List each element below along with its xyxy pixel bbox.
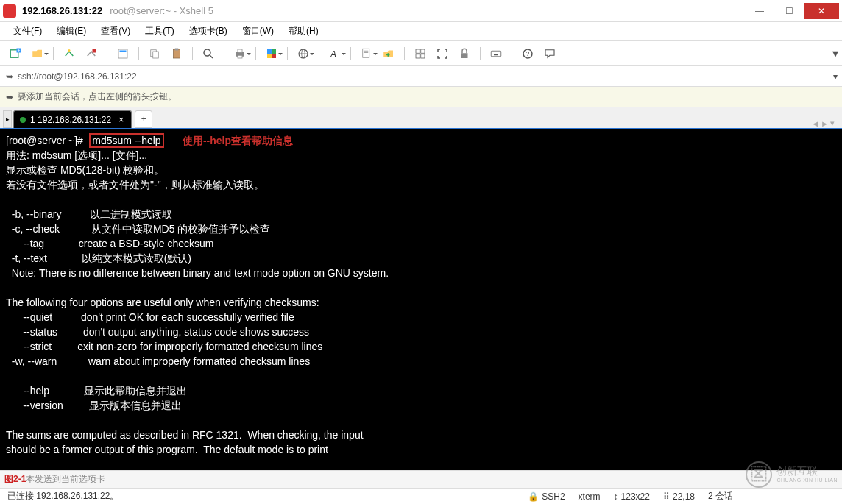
svg-rect-28: [421, 49, 425, 53]
status-connection: 已连接 192.168.26.131:22。: [7, 490, 118, 503]
maximize-button[interactable]: ☐: [774, 3, 804, 19]
grid-icon: ⠿: [663, 491, 670, 502]
title-app: root@server:~ - Xshell 5: [110, 5, 213, 16]
toolbar-separator: [192, 47, 193, 60]
addressbar: ➥ ssh://root@192.168.26.131:22 ▾: [0, 66, 842, 87]
font-icon[interactable]: A: [325, 44, 344, 63]
svg-point-3: [68, 49, 71, 52]
keyboard-icon[interactable]: [487, 44, 506, 63]
svg-rect-10: [175, 48, 179, 50]
lock-icon[interactable]: [455, 44, 474, 63]
svg-rect-6: [120, 50, 127, 52]
svg-rect-4: [93, 49, 96, 52]
titlebar: 192.168.26.131:22 root@server:~ - Xshell…: [0, 0, 842, 22]
xftp-icon[interactable]: [379, 44, 398, 63]
properties-icon[interactable]: [113, 44, 132, 63]
svg-text:+: +: [18, 47, 21, 52]
menu-help[interactable]: 帮助(H): [281, 22, 326, 40]
minimize-button[interactable]: —: [745, 3, 774, 19]
input-hint: 本发送到当前选项卡: [26, 473, 105, 486]
svg-rect-8: [153, 52, 159, 58]
menu-file[interactable]: 文件(F): [6, 22, 49, 40]
svg-rect-15: [238, 55, 242, 58]
status-cursor: ⠿ 22,18: [663, 490, 695, 503]
terminal-line: -b, --binary 以二进制模式读取: [6, 208, 172, 220]
statusbar: 已连接 192.168.26.131:22。 🔒SSH2 xterm ↕ 123…: [0, 488, 842, 504]
toolbar-separator: [138, 47, 139, 60]
disconnect-icon[interactable]: [82, 44, 101, 63]
status-sessions: 2 会话: [708, 490, 733, 503]
menu-window[interactable]: 窗口(W): [235, 22, 281, 40]
svg-rect-18: [267, 54, 272, 58]
tab-index: 1: [30, 115, 35, 125]
feedback-icon[interactable]: [540, 44, 559, 63]
toolbar-separator: [255, 47, 256, 60]
tab-list-icon[interactable]: ▾: [830, 118, 835, 128]
svg-rect-14: [238, 49, 242, 53]
paste-icon[interactable]: [167, 44, 186, 63]
terminal-line: -t, --text 以纯文本模式读取(默认): [6, 252, 191, 264]
lock-icon: 🔒: [528, 491, 539, 502]
reconnect-icon[interactable]: [60, 44, 79, 63]
toolbar-separator: [319, 47, 319, 60]
tab-session-1[interactable]: 1 192.168.26.131:22 ×: [13, 110, 132, 128]
menu-tools[interactable]: 工具(T): [138, 22, 181, 40]
new-session-icon[interactable]: +: [6, 44, 25, 63]
window-controls: — ☐ ✕: [745, 3, 839, 19]
copy-icon[interactable]: [145, 44, 164, 63]
terminal-line: --status don't output anything, status c…: [6, 326, 309, 338]
address-url[interactable]: ssh://root@192.168.26.131:22: [18, 71, 137, 82]
svg-rect-31: [461, 53, 468, 58]
terminal-line: --quiet don't print OK for each successf…: [6, 311, 294, 323]
print-icon[interactable]: [230, 44, 250, 63]
sidebar-toggle[interactable]: ▸: [3, 110, 12, 128]
terminal-annotation: 使用--help查看帮助信息: [183, 135, 293, 146]
toolbar-separator: [404, 47, 405, 60]
find-icon[interactable]: [199, 44, 218, 63]
tab-label: 192.168.26.131:22: [38, 115, 111, 125]
terminal-line: -c, --check 从文件中读取MD5 的校验值并予以检查: [6, 223, 270, 235]
fullscreen-icon[interactable]: [433, 44, 452, 63]
encoding-icon[interactable]: [294, 44, 313, 63]
tile-icon[interactable]: [411, 44, 430, 63]
terminal-line: --tag create a BSD-style checksum: [6, 238, 213, 249]
tab-next-icon[interactable]: ►: [821, 119, 829, 128]
log-icon[interactable]: [357, 44, 376, 63]
app-icon: [3, 4, 16, 18]
tabstrip: ▸ 1 192.168.26.131:22 × + ◄ ► ▾: [0, 107, 842, 128]
address-add-icon[interactable]: ➥: [6, 71, 13, 82]
toolbar-separator: [287, 47, 288, 60]
new-tab-button[interactable]: +: [135, 110, 152, 128]
title-host: 192.168.26.131:22: [22, 5, 102, 16]
svg-line-12: [210, 55, 213, 58]
open-session-icon[interactable]: [28, 44, 47, 63]
svg-rect-16: [267, 49, 272, 54]
close-button[interactable]: ✕: [804, 3, 839, 19]
figure-label: 图2-1: [4, 473, 26, 486]
toolbar-separator: [107, 47, 107, 60]
menu-view[interactable]: 查看(V): [93, 22, 138, 40]
help-icon[interactable]: ?: [518, 44, 537, 63]
toolbar-separator: [224, 47, 224, 60]
menu-tab[interactable]: 选项卡(B): [182, 22, 235, 40]
svg-text:A: A: [330, 49, 336, 59]
terminal-line: 若没有文件选项，或者文件处为"-"，则从标准输入读取。: [6, 179, 264, 191]
status-dot-icon: [20, 117, 26, 123]
terminal[interactable]: [root@server ~]# md5sum --help 使用--help查…: [0, 128, 842, 470]
toolbar-overflow[interactable]: ▾: [832, 46, 839, 60]
svg-rect-29: [416, 54, 420, 57]
address-overflow[interactable]: ▾: [832, 71, 839, 82]
info-add-icon[interactable]: ➥: [6, 92, 13, 102]
color-scheme-icon[interactable]: [262, 44, 281, 63]
tab-close-icon[interactable]: ×: [118, 115, 124, 125]
infobar: ➥ 要添加当前会话，点击左侧的箭头按钮。: [0, 87, 842, 107]
svg-rect-27: [416, 49, 420, 53]
terminal-line: --help 显示此帮助信息并退出: [6, 385, 187, 397]
infobar-text: 要添加当前会话，点击左侧的箭头按钮。: [18, 90, 177, 103]
toolbar-separator: [350, 47, 351, 60]
status-termtype: xterm: [579, 490, 601, 503]
tab-prev-icon[interactable]: ◄: [811, 119, 819, 128]
menu-edit[interactable]: 编辑(E): [49, 22, 93, 40]
terminal-line: The sums are computed as described in RF…: [6, 429, 364, 441]
svg-rect-19: [272, 54, 276, 58]
